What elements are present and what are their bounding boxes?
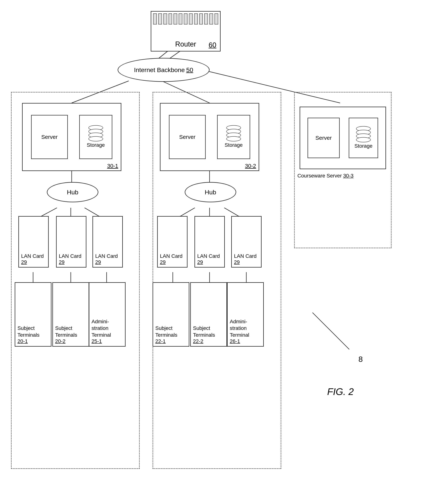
- left-server-label: Server: [41, 134, 58, 140]
- left-lan-card-2: LAN Card 29: [56, 216, 86, 267]
- left-terminal-1: SubjectTerminals 20-1: [15, 282, 52, 347]
- center-lan-label-2: LAN Card: [197, 253, 220, 259]
- left-term-num-3: 25-1: [92, 338, 102, 344]
- center-server-box: Server Storage 30-2: [160, 103, 259, 171]
- router-slot: [153, 13, 157, 24]
- backbone-label: Internet Backbone: [134, 66, 185, 74]
- left-terminal-3: Admini-strationTerminal 25-1: [89, 282, 126, 347]
- left-lan-label-2: LAN Card: [59, 253, 81, 259]
- router-slot: [168, 13, 172, 24]
- left-term-label-3: Admini-strationTerminal: [92, 318, 111, 338]
- left-lan-label-1: LAN Card: [21, 253, 44, 259]
- router-number: 60: [209, 41, 216, 49]
- center-term-label-3: Admini-strationTerminal: [230, 318, 249, 338]
- cdisk4: [226, 136, 241, 141]
- disk4: [88, 136, 103, 141]
- left-server-inner: Server: [31, 115, 68, 159]
- center-term-label-2: SubjectTerminals: [193, 325, 215, 338]
- router-slot: [174, 13, 177, 24]
- center-hub: Hub: [185, 182, 236, 202]
- router-slot: [179, 13, 182, 24]
- router-slot: [214, 13, 218, 24]
- left-hub-label: Hub: [67, 189, 78, 196]
- center-term-label-1: SubjectTerminals: [155, 325, 177, 338]
- center-term-num-1: 22-1: [155, 338, 166, 344]
- center-hub-label: Hub: [205, 189, 216, 196]
- right-server-label: Server: [315, 135, 332, 141]
- left-storage-icon: [88, 126, 103, 141]
- center-lan-label-1: LAN Card: [160, 253, 183, 259]
- center-server-label: Server: [179, 134, 195, 140]
- left-lan-num-3: 29: [95, 259, 101, 265]
- center-storage-icon: [226, 126, 241, 141]
- annotation-8: 8: [358, 355, 363, 364]
- router-slot: [199, 13, 203, 24]
- right-server-box: Server Storage: [300, 107, 386, 169]
- svg-line-19: [313, 313, 349, 349]
- center-lan-num-3: 29: [234, 259, 240, 265]
- left-lan-card-1: LAN Card 29: [18, 216, 49, 267]
- router-slot: [194, 13, 198, 24]
- center-terminal-1: SubjectTerminals 22-1: [152, 282, 189, 347]
- center-lan-card-1: LAN Card 29: [157, 216, 188, 267]
- right-storage-icon: [356, 127, 371, 142]
- center-server-inner: Server: [169, 115, 206, 159]
- left-server-box: Server Storage 30-1: [22, 103, 121, 171]
- router-slot: [163, 13, 167, 24]
- router-slot: [204, 13, 208, 24]
- right-storage-label: Storage: [354, 143, 372, 149]
- router-slots: [153, 13, 218, 24]
- router-slot: [158, 13, 162, 24]
- left-terminal-2: SubjectTerminals 20-2: [52, 282, 89, 347]
- rdisk4: [356, 137, 371, 142]
- left-lan-num-2: 29: [59, 259, 65, 265]
- center-lan-card-2: LAN Card 29: [194, 216, 225, 267]
- center-lan-label-3: LAN Card: [234, 253, 257, 259]
- diagram: Router 60 Internet Backbone 50 Server St…: [0, 0, 427, 504]
- router-box: Router 60: [151, 11, 221, 52]
- center-terminal-2: SubjectTerminals 22-2: [190, 282, 227, 347]
- center-term-num-3: 26-1: [230, 338, 240, 344]
- left-server-number: 30-1: [107, 163, 118, 169]
- router-slot: [184, 13, 188, 24]
- left-lan-card-3: LAN Card 29: [92, 216, 123, 267]
- backbone-number: 50: [186, 66, 193, 74]
- left-term-label-2: SubjectTerminals: [55, 325, 77, 338]
- courseware-label: Courseware Server 30-3: [297, 173, 353, 179]
- left-term-label-1: SubjectTerminals: [17, 325, 39, 338]
- right-server-inner: Server: [307, 118, 340, 158]
- center-terminal-3: Admini-strationTerminal 26-1: [227, 282, 264, 347]
- center-term-num-2: 22-2: [193, 338, 203, 344]
- left-hub: Hub: [47, 182, 98, 202]
- backbone-ellipse: Internet Backbone 50: [118, 58, 210, 82]
- router-slot: [209, 13, 213, 24]
- left-storage-label: Storage: [87, 142, 105, 148]
- figure-label: FIG. 2: [327, 386, 354, 397]
- center-lan-num-2: 29: [197, 259, 203, 265]
- center-server-number: 30-2: [245, 163, 256, 169]
- center-lan-num-1: 29: [160, 259, 166, 265]
- center-storage-label: Storage: [225, 142, 243, 148]
- center-lan-card-3: LAN Card 29: [231, 216, 262, 267]
- router-slot: [189, 13, 193, 24]
- left-term-num-2: 20-2: [55, 338, 65, 344]
- left-lan-label-3: LAN Card: [95, 253, 118, 259]
- router-label: Router: [175, 40, 196, 48]
- left-term-num-1: 20-1: [17, 338, 28, 344]
- left-lan-num-1: 29: [21, 259, 27, 265]
